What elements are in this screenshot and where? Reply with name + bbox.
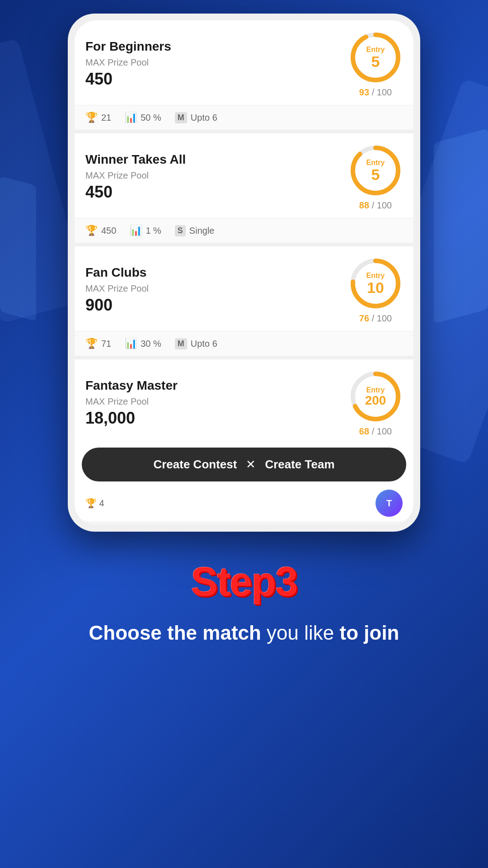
stats-partial: 🏆 4 [85,498,104,509]
chart-icon-0: 📊 [125,112,137,123]
stat-val-multi-2: Upto 6 [191,339,217,349]
chart-icon-2: 📊 [125,338,137,349]
phone-frame: For Beginners MAX Prize Pool 450 Entry [68,14,420,532]
contest-card-for-beginners[interactable]: For Beginners MAX Prize Pool 450 Entry [75,20,413,130]
stat-val-chart-0: 50 % [141,113,161,123]
contest-card-winner-takes-all[interactable]: Winner Takes All MAX Prize Pool 450 Entr… [75,133,413,243]
subtitle-bold1: Choose the match [89,622,261,644]
partial-bottom: 🏆 4 T [75,485,413,521]
stat-val-trophy-1: 450 [101,226,116,236]
prize-label-fantasy-master: MAX Prize Pool [85,396,348,407]
deco-right [434,128,488,324]
stat-val-trophy-2: 71 [101,339,111,349]
contests-list: For Beginners MAX Prize Pool 450 Entry [75,20,413,521]
m-icon-0: M [175,112,187,123]
entry-value-3: 200 [365,394,386,407]
step-subtitle: Choose the match you like to join [18,619,470,647]
phone-screen: For Beginners MAX Prize Pool 450 Entry [75,20,413,525]
entry-circle-fantasy-master: Entry 200 68 / 100 [348,369,403,437]
entry-circle-winner-takes-all: Entry 5 88 / 100 [348,143,403,211]
entry-slots-3: 68 / 100 [359,426,392,437]
create-team-button[interactable]: Create Team [265,458,334,472]
contest-card-fan-clubs[interactable]: Fan Clubs MAX Prize Pool 900 Entry [75,246,413,356]
prize-value-winner-takes-all: 450 [85,183,348,202]
s-icon-1: S [175,225,186,236]
deco-left [0,176,36,321]
stat-trophy-2: 🏆 71 [85,338,111,349]
chart-icon-1: 📊 [130,225,142,236]
stat-val-trophy-0: 21 [101,113,111,123]
contest-info-fantasy-master: Fantasy Master MAX Prize Pool 18,000 [85,378,348,428]
entry-circle-for-beginners: Entry 5 93 / 100 [348,30,403,98]
entry-value-1: 5 [371,167,380,182]
action-divider: ✕ [246,458,256,472]
trophy-icon-2: 🏆 [85,338,98,349]
bottom-section: Step3 Choose the match you like to join [0,532,488,683]
trophy-icon-1: 🏆 [85,225,98,236]
action-bar: Create Contest ✕ Create Team [82,448,406,481]
contest-stats-winner-takes-all: 🏆 450 📊 1 % S Single [75,218,413,243]
stat-chart-1: 📊 1 % [130,225,161,236]
stat-trophy-0: 🏆 21 [85,112,111,123]
contest-info-winner-takes-all: Winner Takes All MAX Prize Pool 450 [85,152,348,202]
stat-chart-0: 📊 50 % [125,112,161,123]
stat-val-chart-2: 30 % [141,339,161,349]
m-icon-2: M [175,338,187,349]
prize-label-winner-takes-all: MAX Prize Pool [85,170,348,181]
stat-chart-2: 📊 30 % [125,338,161,349]
stat-multi-0: M Upto 6 [175,112,217,123]
contest-info-fan-clubs: Fan Clubs MAX Prize Pool 900 [85,265,348,315]
contest-title-for-beginners: For Beginners [85,39,348,54]
contest-card-fantasy-master[interactable]: Fantasy Master MAX Prize Pool 18,000 Ent… [75,359,413,521]
trophy-icon-0: 🏆 [85,112,98,123]
stat-val-single-1: Single [189,226,215,236]
entry-slots-2: 76 / 100 [359,313,392,324]
create-contest-button[interactable]: Create Contest [153,458,237,472]
stat-multi-2: M Upto 6 [175,338,217,349]
step-title: Step3 [18,559,470,605]
contest-info-for-beginners: For Beginners MAX Prize Pool 450 [85,39,348,89]
prize-value-for-beginners: 450 [85,70,348,89]
contest-stats-fan-clubs: 🏆 71 📊 30 % M Upto 6 [75,331,413,356]
prize-value-fan-clubs: 900 [85,296,348,315]
prize-label-fan-clubs: MAX Prize Pool [85,283,348,294]
entry-slots-1: 88 / 100 [359,200,392,211]
prize-label-for-beginners: MAX Prize Pool [85,57,348,68]
entry-slots-0: 93 / 100 [359,87,392,98]
contest-stats-for-beginners: 🏆 21 📊 50 % M Upto 6 [75,105,413,130]
stat-val-chart-1: 1 % [145,226,161,236]
subtitle-bold2: to join [340,622,399,644]
entry-circle-fan-clubs: Entry 10 76 / 100 [348,256,403,324]
contest-title-winner-takes-all: Winner Takes All [85,152,348,167]
entry-value-0: 5 [371,54,380,69]
stat-single-1: S Single [175,225,215,236]
contest-title-fan-clubs: Fan Clubs [85,265,348,280]
stat-val-multi-0: Upto 6 [191,113,217,123]
subtitle-normal: you like [267,622,339,644]
stat-trophy-1: 🏆 450 [85,225,116,236]
prize-value-fantasy-master: 18,000 [85,409,348,428]
entry-value-2: 10 [367,280,384,295]
profile-avatar: T [375,490,403,517]
contest-title-fantasy-master: Fantasy Master [85,378,348,393]
